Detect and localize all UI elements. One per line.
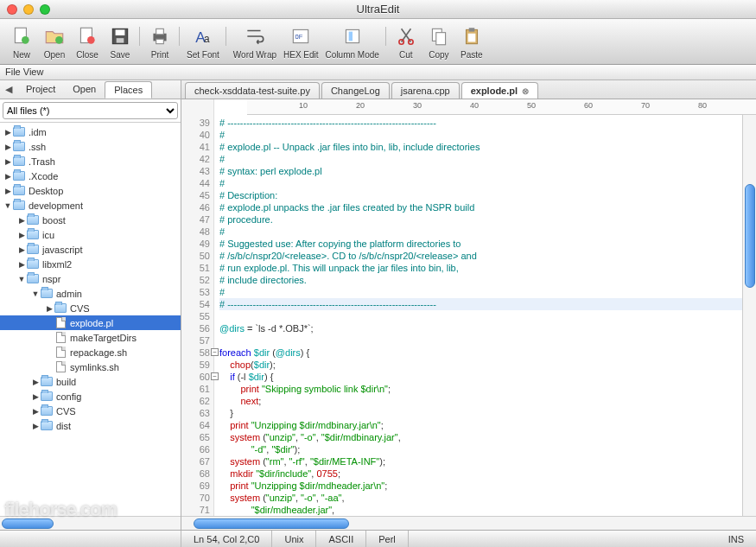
columnmode-button[interactable]: Column Mode bbox=[326, 23, 379, 60]
tree-folder-nspr[interactable]: ▼nspr bbox=[0, 271, 181, 286]
tree-folder--trash[interactable]: ▶.Trash bbox=[0, 154, 181, 169]
disclosure-arrow-icon[interactable]: ▼ bbox=[17, 275, 26, 283]
sidebar-tab-places[interactable]: Places bbox=[105, 81, 152, 99]
code-line[interactable]: foreach $dir (@dirs) { bbox=[219, 347, 742, 359]
code-line[interactable]: # procedure. bbox=[219, 213, 742, 226]
disclosure-arrow-icon[interactable]: ▼ bbox=[31, 289, 40, 298]
code-line[interactable]: system ("unzip", "-o", "$dir/mdbinary.ja… bbox=[219, 431, 742, 443]
open-button[interactable]: Open bbox=[41, 23, 67, 60]
code-line[interactable] bbox=[219, 310, 742, 322]
code-line[interactable]: } bbox=[219, 407, 742, 419]
tree-folder--xcode[interactable]: ▶.Xcode bbox=[0, 169, 181, 183]
code-line[interactable]: "-d", "$dir"); bbox=[219, 443, 742, 455]
status-eol[interactable]: Unix bbox=[272, 531, 316, 547]
editor-tab-check-xsddata-test-suite-py[interactable]: check-xsddata-test-suite.py bbox=[185, 82, 320, 99]
code-line[interactable]: system ("rm", "-rf", "$dir/META-INF"); bbox=[219, 455, 742, 467]
code-line[interactable]: if (-l $dir) { bbox=[219, 371, 742, 383]
tree-folder-config[interactable]: ▶config bbox=[0, 389, 181, 404]
disclosure-arrow-icon[interactable]: ▶ bbox=[31, 392, 40, 401]
wordwrap-button[interactable]: Word Wrap bbox=[233, 23, 276, 60]
disclosure-arrow-icon[interactable]: ▶ bbox=[3, 143, 12, 151]
tree-folder-cvs[interactable]: ▶CVS bbox=[0, 301, 181, 315]
tree-file-explode-pl[interactable]: explode.pl bbox=[0, 315, 181, 330]
disclosure-arrow-icon[interactable]: ▶ bbox=[17, 231, 26, 239]
disclosure-arrow-icon[interactable]: ▶ bbox=[31, 407, 40, 416]
editor-vscrollbar[interactable] bbox=[742, 115, 756, 516]
code-line[interactable]: # --------------------------------------… bbox=[219, 117, 742, 129]
code-line[interactable]: # explode.pl -- Unpack .jar files into b… bbox=[219, 141, 742, 153]
disclosure-arrow-icon[interactable]: ▶ bbox=[45, 304, 54, 313]
disclosure-arrow-icon[interactable]: ▼ bbox=[3, 201, 12, 210]
code-line[interactable] bbox=[219, 334, 742, 347]
code-line[interactable]: # --------------------------------------… bbox=[219, 298, 742, 310]
file-filter-select[interactable]: All files (*) bbox=[3, 102, 178, 119]
code-line[interactable]: @dirs = `ls -d *.OBJ*`; bbox=[219, 322, 742, 334]
tree-folder-icu[interactable]: ▶icu bbox=[0, 227, 181, 242]
status-language[interactable]: Perl bbox=[366, 531, 409, 547]
sidebar-hscrollbar[interactable] bbox=[0, 516, 181, 530]
cut-button[interactable]: Cut bbox=[393, 23, 419, 60]
code-line[interactable]: print "Unzipping $dir/mdbinary.jar\n"; bbox=[219, 419, 742, 431]
status-insert-mode[interactable]: INS bbox=[716, 531, 756, 547]
hexedit-button[interactable]: 0FHEX Edit bbox=[283, 23, 319, 60]
editor-hscrollbar[interactable] bbox=[181, 516, 756, 530]
code-line[interactable]: # Description: bbox=[219, 189, 742, 201]
code-line[interactable]: # syntax: perl explode.pl bbox=[219, 165, 742, 177]
disclosure-arrow-icon[interactable]: ▶ bbox=[17, 245, 26, 254]
disclosure-arrow-icon[interactable]: ▶ bbox=[3, 172, 12, 181]
save-button[interactable]: Save bbox=[107, 23, 133, 60]
sidebar-tab-project[interactable]: Project bbox=[17, 81, 64, 98]
code-line[interactable]: system ("unzip", "-o", "-aa", bbox=[219, 492, 742, 504]
tab-close-icon[interactable]: ⊗ bbox=[522, 86, 529, 96]
sidebar-prev-icon[interactable]: ◀ bbox=[0, 81, 17, 99]
paste-button[interactable]: Paste bbox=[459, 23, 485, 60]
code-line[interactable]: # /s/b/c/nspr20/<release>. CD to /s/b/c/… bbox=[219, 250, 742, 262]
tree-file-maketargetdirs[interactable]: makeTargetDirs bbox=[0, 330, 181, 345]
code-line[interactable]: "$dir/mdheader.jar", bbox=[219, 504, 742, 516]
code-line[interactable]: # bbox=[219, 153, 742, 165]
code-line[interactable]: print "Unzipping $dir/mdheader.jar\n"; bbox=[219, 480, 742, 492]
editor-tab-explode-pl[interactable]: explode.pl⊗ bbox=[461, 82, 538, 99]
code-line[interactable]: # bbox=[219, 286, 742, 298]
tree-folder-javascript[interactable]: ▶javascript bbox=[0, 242, 181, 257]
code-line[interactable]: print "Skipping symbolic link $dir\n"; bbox=[219, 383, 742, 395]
disclosure-arrow-icon[interactable]: ▶ bbox=[3, 187, 12, 195]
disclosure-arrow-icon[interactable]: ▶ bbox=[31, 422, 40, 430]
code-line[interactable]: # Suggested use: After copying the platf… bbox=[219, 238, 742, 250]
code-line[interactable]: # explode.pl unpacks the .jar files crea… bbox=[219, 201, 742, 213]
tree-folder-dist[interactable]: ▶dist bbox=[0, 418, 181, 433]
disclosure-arrow-icon[interactable]: ▶ bbox=[3, 128, 12, 137]
editor-tab-jsarena-cpp[interactable]: jsarena.cpp bbox=[391, 82, 460, 99]
tree-file-symlinks-sh[interactable]: symlinks.sh bbox=[0, 359, 181, 374]
sidebar-tab-open[interactable]: Open bbox=[64, 81, 105, 98]
code-line[interactable]: mkdir "$dir/include", 0755; bbox=[219, 467, 742, 480]
status-encoding[interactable]: ASCII bbox=[316, 531, 366, 547]
tree-folder-desktop[interactable]: ▶Desktop bbox=[0, 183, 181, 198]
code-line[interactable]: # run explode.pl. This will unpack the j… bbox=[219, 262, 742, 274]
close-button[interactable]: Close bbox=[74, 23, 100, 60]
code-line[interactable]: # include directories. bbox=[219, 274, 742, 286]
tree-folder--idm[interactable]: ▶.idm bbox=[0, 124, 181, 139]
code-line[interactable]: next; bbox=[219, 395, 742, 407]
disclosure-arrow-icon[interactable]: ▶ bbox=[31, 378, 40, 386]
editor-tab-changelog[interactable]: ChangeLog bbox=[321, 82, 390, 99]
tree-file-repackage-sh[interactable]: repackage.sh bbox=[0, 345, 181, 359]
code-area[interactable]: # --------------------------------------… bbox=[214, 115, 742, 516]
code-line[interactable]: # bbox=[219, 129, 742, 141]
print-button[interactable]: Print bbox=[147, 23, 173, 60]
tree-folder-boost[interactable]: ▶boost bbox=[0, 213, 181, 227]
disclosure-arrow-icon[interactable]: ▶ bbox=[3, 157, 12, 166]
tree-folder-development[interactable]: ▼development bbox=[0, 198, 181, 213]
code-line[interactable]: # bbox=[219, 226, 742, 238]
disclosure-arrow-icon[interactable]: ▶ bbox=[17, 260, 26, 269]
copy-button[interactable]: Copy bbox=[426, 23, 452, 60]
tree-folder-cvs[interactable]: ▶CVS bbox=[0, 404, 181, 418]
tree-folder-build[interactable]: ▶build bbox=[0, 374, 181, 389]
tree-folder-admin[interactable]: ▼admin bbox=[0, 286, 181, 301]
setfont-button[interactable]: AaSet Font bbox=[187, 23, 219, 60]
tree-folder-libxml2[interactable]: ▶libxml2 bbox=[0, 257, 181, 271]
tree-folder--ssh[interactable]: ▶.ssh bbox=[0, 139, 181, 154]
file-tree[interactable]: ▶.idm▶.ssh▶.Trash▶.Xcode▶Desktop▼develop… bbox=[0, 123, 181, 516]
code-line[interactable]: chop($dir); bbox=[219, 359, 742, 371]
code-line[interactable]: # bbox=[219, 177, 742, 189]
